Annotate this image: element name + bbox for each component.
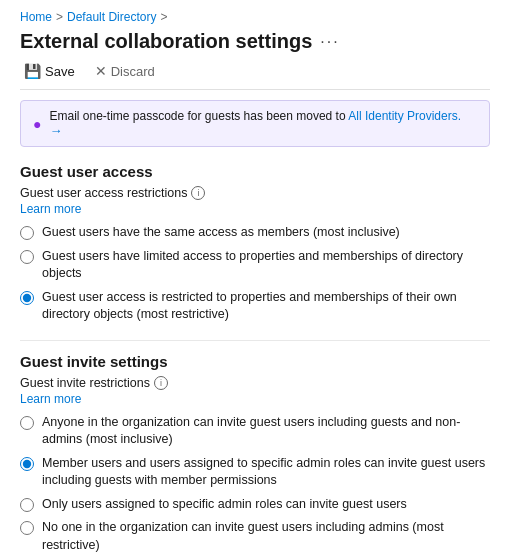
guest-invite-option-1[interactable]: Member users and users assigned to speci… (20, 455, 490, 490)
discard-icon: ✕ (95, 63, 107, 79)
guest-access-option-0[interactable]: Guest users have the same access as memb… (20, 224, 490, 242)
section-divider (20, 340, 490, 341)
toolbar: 💾 Save ✕ Discard (20, 61, 490, 90)
guest-access-label: Guest user access restrictions i (20, 186, 490, 200)
guest-access-radio-group: Guest users have the same access as memb… (20, 224, 490, 324)
guest-access-info-icon[interactable]: i (191, 186, 205, 200)
guest-invite-learn-more[interactable]: Learn more (20, 392, 490, 406)
save-button[interactable]: 💾 Save (20, 61, 79, 81)
guest-invite-radio-1[interactable] (20, 457, 34, 471)
discard-button[interactable]: ✕ Discard (91, 61, 159, 81)
guest-access-label-text: Guest user access restrictions (20, 186, 187, 200)
guest-invite-title: Guest invite settings (20, 353, 490, 370)
guest-access-radio-2[interactable] (20, 291, 34, 305)
page-title-row: External collaboration settings ··· (20, 30, 490, 53)
banner-text: Email one-time passcode for guests has b… (49, 109, 477, 138)
guest-access-option-0-label: Guest users have the same access as memb… (42, 224, 400, 242)
page-title: External collaboration settings (20, 30, 312, 53)
info-banner-icon: ● (33, 116, 41, 132)
breadcrumb-directory[interactable]: Default Directory (67, 10, 156, 24)
banner-arrow: → (49, 123, 62, 138)
guest-invite-option-2[interactable]: Only users assigned to specific admin ro… (20, 496, 490, 514)
guest-invite-option-2-label: Only users assigned to specific admin ro… (42, 496, 407, 514)
guest-access-learn-more[interactable]: Learn more (20, 202, 490, 216)
guest-invite-option-0[interactable]: Anyone in the organization can invite gu… (20, 414, 490, 449)
guest-invite-radio-group: Anyone in the organization can invite gu… (20, 414, 490, 555)
save-icon: 💾 (24, 63, 41, 79)
breadcrumb-sep1: > (56, 10, 63, 24)
guest-invite-label-text: Guest invite restrictions (20, 376, 150, 390)
guest-access-option-2-label: Guest user access is restricted to prope… (42, 289, 490, 324)
breadcrumb-sep2: > (160, 10, 167, 24)
guest-invite-option-3-label: No one in the organization can invite gu… (42, 519, 490, 554)
guest-invite-option-0-label: Anyone in the organization can invite gu… (42, 414, 490, 449)
guest-invite-section: Guest invite settings Guest invite restr… (20, 353, 490, 555)
guest-access-radio-1[interactable] (20, 250, 34, 264)
banner-static-text: Email one-time passcode for guests has b… (49, 109, 345, 123)
save-label: Save (45, 64, 75, 79)
info-banner: ● Email one-time passcode for guests has… (20, 100, 490, 147)
more-options-icon[interactable]: ··· (320, 33, 339, 51)
breadcrumb-home[interactable]: Home (20, 10, 52, 24)
guest-access-option-1-label: Guest users have limited access to prope… (42, 248, 490, 283)
guest-invite-option-1-label: Member users and users assigned to speci… (42, 455, 490, 490)
banner-link[interactable]: All Identity Providers. (348, 109, 461, 123)
guest-invite-info-icon[interactable]: i (154, 376, 168, 390)
guest-access-option-1[interactable]: Guest users have limited access to prope… (20, 248, 490, 283)
breadcrumb: Home > Default Directory > (20, 10, 490, 24)
guest-invite-option-3[interactable]: No one in the organization can invite gu… (20, 519, 490, 554)
guest-access-radio-0[interactable] (20, 226, 34, 240)
guest-invite-label: Guest invite restrictions i (20, 376, 490, 390)
discard-label: Discard (111, 64, 155, 79)
guest-access-title: Guest user access (20, 163, 490, 180)
guest-invite-radio-2[interactable] (20, 498, 34, 512)
guest-invite-radio-3[interactable] (20, 521, 34, 535)
guest-access-option-2[interactable]: Guest user access is restricted to prope… (20, 289, 490, 324)
guest-invite-radio-0[interactable] (20, 416, 34, 430)
guest-access-section: Guest user access Guest user access rest… (20, 163, 490, 324)
